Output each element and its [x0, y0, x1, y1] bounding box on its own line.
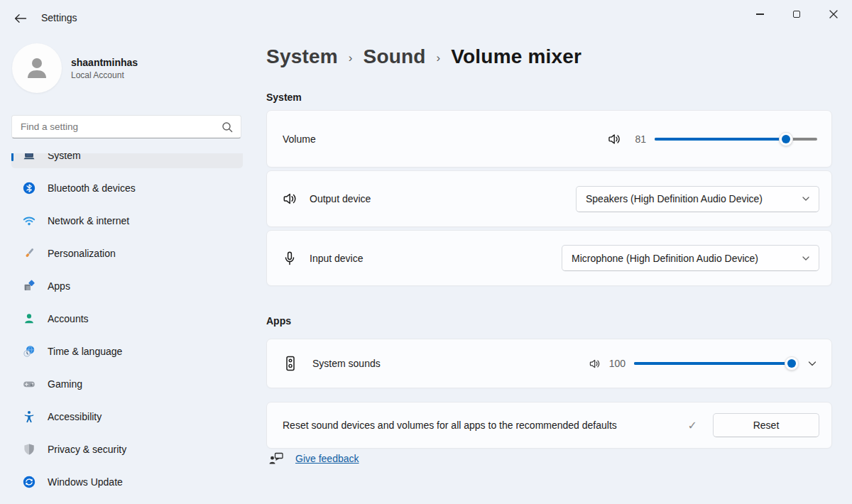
apps-icon — [23, 280, 36, 292]
sidebar-item-label: System — [48, 153, 81, 161]
system-sounds-card: System sounds 100 — [266, 339, 832, 388]
search-input[interactable] — [12, 116, 241, 138]
microphone-icon — [281, 250, 298, 267]
close-button[interactable] — [815, 0, 852, 28]
sidebar-item-label: Network & internet — [48, 215, 129, 226]
minimize-icon — [756, 13, 764, 14]
output-device-value: Speakers (High Definition Audio Device) — [586, 193, 802, 204]
sidebar-item-label: Apps — [48, 280, 70, 292]
sidebar-item-label: Accessibility — [48, 411, 102, 422]
chevron-down-icon — [802, 254, 810, 263]
sidebar-item-label: Windows Update — [48, 476, 123, 488]
speaker-small-icon[interactable] — [588, 357, 601, 371]
volume-value: 81 — [629, 133, 646, 145]
reset-description: Reset sound devices and volumes for all … — [283, 420, 617, 431]
speaker-icon[interactable] — [606, 131, 622, 147]
update-icon — [23, 476, 36, 488]
sidebar-item-bluetooth[interactable]: Bluetooth & devices — [11, 175, 243, 201]
expand-button[interactable] — [804, 356, 820, 371]
feedback-row: Give feedback — [268, 452, 359, 465]
sidebar-item-label: Gaming — [48, 378, 82, 390]
breadcrumb-separator: › — [349, 51, 353, 65]
feedback-icon — [268, 452, 284, 465]
slider-thumb-dot — [787, 359, 796, 368]
breadcrumb-sound[interactable]: Sound — [364, 45, 426, 68]
time-language-icon — [23, 345, 36, 358]
sidebar-item-personalization[interactable]: Personalization — [11, 241, 243, 266]
volume-card: Volume 81 — [266, 110, 832, 168]
selected-indicator — [11, 153, 13, 161]
section-header-system: System — [266, 92, 302, 103]
checkmark-icon: ✓ — [688, 419, 697, 432]
sidebar-item-label: Bluetooth & devices — [48, 182, 136, 194]
gamepad-icon — [23, 378, 36, 390]
search-icon — [221, 121, 234, 136]
sidebar-item-accessibility[interactable]: Accessibility — [11, 404, 243, 429]
sidebar-item-time-language[interactable]: Time & language — [11, 339, 243, 364]
sidebar-item-apps[interactable]: Apps — [11, 273, 243, 299]
input-device-value: Microphone (High Definition Audio Device… — [572, 253, 802, 264]
maximize-button[interactable] — [778, 0, 815, 28]
minimize-button[interactable] — [741, 0, 778, 28]
sidebar-item-gaming[interactable]: Gaming — [11, 371, 243, 397]
system-icon — [23, 153, 36, 162]
slider-thumb[interactable] — [785, 356, 799, 371]
volume-slider[interactable] — [655, 132, 817, 146]
window-controls — [741, 0, 852, 30]
sidebar: shaantminhas Local Account System Blueto… — [0, 0, 256, 504]
system-sounds-slider[interactable] — [634, 356, 792, 371]
system-sounds-app-icon — [281, 354, 300, 373]
sidebar-item-accounts[interactable]: Accounts — [11, 306, 243, 332]
sidebar-item-label: Time & language — [48, 346, 122, 357]
chevron-down-icon — [807, 358, 817, 368]
slider-fill — [655, 138, 786, 141]
sidebar-item-label: Accounts — [48, 313, 89, 324]
breadcrumb: System › Sound › Volume mixer — [266, 45, 581, 68]
output-device-card: Output device Speakers (High Definition … — [266, 170, 832, 227]
reset-button[interactable]: Reset — [713, 413, 819, 437]
search-box[interactable] — [11, 115, 241, 138]
system-sounds-label: System sounds — [312, 358, 381, 369]
accessibility-icon — [23, 410, 36, 423]
sidebar-item-windows-update[interactable]: Windows Update — [11, 469, 243, 495]
slider-fill — [634, 362, 792, 365]
slider-thumb-dot — [782, 135, 790, 143]
breadcrumb-separator: › — [437, 51, 441, 65]
input-device-card: Input device Microphone (High Definition… — [266, 230, 832, 286]
sidebar-nav: System Bluetooth & devices Network & int… — [11, 153, 243, 504]
sidebar-item-privacy-security[interactable]: Privacy & security — [11, 437, 243, 462]
breadcrumb-system[interactable]: System — [266, 45, 338, 68]
slider-thumb[interactable] — [779, 132, 793, 146]
sidebar-item-system[interactable]: System — [11, 153, 243, 168]
person-icon — [23, 54, 51, 82]
sidebar-item-label: Personalization — [48, 248, 116, 259]
reset-card: Reset sound devices and volumes for all … — [266, 402, 832, 449]
system-sounds-value: 100 — [608, 358, 626, 369]
paintbrush-icon — [23, 247, 36, 260]
volume-label: Volume — [283, 133, 316, 145]
sidebar-item-label: Privacy & security — [48, 444, 126, 455]
user-profile: shaantminhas Local Account — [12, 43, 138, 93]
input-device-select[interactable]: Microphone (High Definition Audio Device… — [562, 245, 819, 271]
bluetooth-icon — [23, 182, 36, 195]
wifi-icon — [23, 214, 36, 227]
close-icon — [829, 10, 838, 18]
page-title: Volume mixer — [451, 45, 581, 68]
speaker-icon — [281, 190, 298, 207]
user-name: shaantminhas — [71, 57, 138, 68]
sidebar-item-network[interactable]: Network & internet — [11, 208, 243, 234]
input-device-label: Input device — [310, 253, 364, 264]
section-header-apps: Apps — [266, 315, 291, 327]
chevron-down-icon — [802, 195, 810, 203]
give-feedback-link[interactable]: Give feedback — [295, 453, 359, 464]
output-device-label: Output device — [310, 193, 371, 204]
accounts-icon — [23, 312, 36, 325]
shield-icon — [23, 443, 36, 456]
avatar — [12, 43, 62, 93]
account-type: Local Account — [71, 70, 138, 80]
output-device-select[interactable]: Speakers (High Definition Audio Device) — [576, 186, 819, 212]
maximize-icon — [793, 11, 800, 18]
